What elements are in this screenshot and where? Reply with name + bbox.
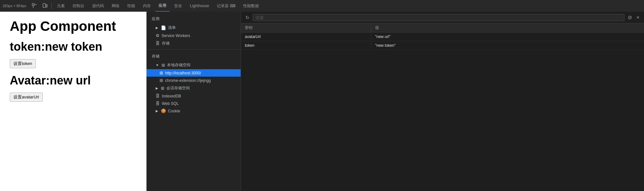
tab-memory[interactable]: 内存 bbox=[140, 0, 154, 12]
service-workers-icon: ⚙ bbox=[156, 33, 160, 38]
manifest-icon: 📄 bbox=[161, 25, 166, 30]
inspect-icon bbox=[32, 3, 37, 8]
svg-rect-0 bbox=[32, 4, 34, 6]
session-storage-arrow-icon: ▶ bbox=[156, 86, 158, 90]
sidebar-item-cookie[interactable]: ▶ 🍪 Cookie bbox=[147, 107, 241, 115]
storage-icon: 🗄 bbox=[156, 41, 160, 46]
sidebar-item-chrome-extension[interactable]: ⊞ chrome-extension://ijejngg bbox=[147, 77, 241, 84]
toolbar-separator bbox=[51, 3, 52, 9]
device-icon bbox=[42, 3, 48, 8]
set-avatar-button[interactable]: 设置avatarUrl bbox=[10, 93, 43, 102]
tab-performance-insights[interactable]: 性能数据 bbox=[240, 0, 262, 12]
devtools-toolbar: 283px × 854px 元素 控制台 源代码 网络 性能 内存 应用 安全 … bbox=[0, 0, 644, 12]
sidebar-item-storage[interactable]: 🗄 存储 bbox=[147, 39, 241, 47]
sidebar-item-service-workers-label: Service Workers bbox=[161, 33, 190, 38]
indexeddb-icon: 🗄 bbox=[156, 94, 160, 98]
tab-performance[interactable]: 性能 bbox=[124, 0, 138, 12]
session-storage-icon: ⊞ bbox=[161, 86, 164, 91]
sidebar-item-localhost[interactable]: ⊞ http://localhost:3000/ bbox=[147, 69, 241, 77]
sidebar-storage-header: 存储 bbox=[147, 52, 241, 61]
cell-value-token: "new token" bbox=[371, 41, 644, 50]
data-table: 密钥 值 avatarUrl "new url" token "new toke… bbox=[241, 23, 644, 191]
filter-input[interactable] bbox=[253, 14, 624, 21]
inspect-icon-btn[interactable] bbox=[30, 2, 39, 10]
set-token-button[interactable]: 设置token bbox=[10, 59, 36, 68]
device-icon-btn[interactable] bbox=[40, 2, 49, 10]
tab-console[interactable]: 控制台 bbox=[69, 0, 88, 12]
cell-key-token: token bbox=[241, 41, 371, 50]
devtools-main: 应用 ▶ 📄 清单 ⚙ Service Workers 🗄 存储 存储 bbox=[147, 12, 644, 191]
col-value-header: 值 bbox=[371, 23, 644, 32]
sidebar-item-manifest[interactable]: ▶ 📄 清单 bbox=[147, 24, 241, 32]
filter-bar: ↻ ⊘ × bbox=[241, 12, 644, 23]
sidebar-item-chrome-extension-label: chrome-extension://ijejngg bbox=[165, 78, 211, 83]
web-sql-icon: 🗄 bbox=[156, 101, 160, 106]
tab-lighthouse[interactable]: Lighthouse bbox=[187, 0, 212, 12]
sidebar-item-web-sql-label: Web SQL bbox=[162, 101, 179, 106]
dimension-label: 283px × 854px bbox=[3, 4, 26, 8]
local-storage-arrow-icon: ▼ bbox=[156, 63, 159, 67]
clear-filter-button[interactable]: ⊘ bbox=[626, 14, 633, 21]
refresh-button[interactable]: ↻ bbox=[244, 14, 251, 21]
sidebar-item-service-workers[interactable]: ⚙ Service Workers bbox=[147, 32, 241, 39]
svg-rect-4 bbox=[46, 5, 47, 7]
local-storage-icon: ⊞ bbox=[161, 63, 165, 68]
cell-key-avatarurl: avatarUrl bbox=[241, 32, 371, 41]
app-avatar: Avatar:new url bbox=[10, 73, 136, 87]
content-area: ↻ ⊘ × 密钥 值 avatarUrl "new url" bbox=[241, 12, 644, 191]
tab-application[interactable]: 应用 bbox=[155, 0, 170, 12]
sidebar-item-local-storage-label: 本地存储空间 bbox=[167, 62, 190, 68]
table-row[interactable]: avatarUrl "new url" bbox=[241, 32, 644, 41]
cookie-arrow-icon: ▶ bbox=[156, 109, 158, 113]
app-panel: App Component token:new token 设置token Av… bbox=[0, 12, 147, 191]
tab-elements[interactable]: 元素 bbox=[54, 0, 68, 12]
sidebar-item-localhost-label: http://localhost:3000/ bbox=[165, 71, 201, 75]
sidebar-item-indexeddb[interactable]: 🗄 IndexedDB bbox=[147, 92, 241, 100]
sidebar-item-local-storage[interactable]: ▼ ⊞ 本地存储空间 bbox=[147, 61, 241, 69]
cell-value-avatarurl: "new url" bbox=[371, 32, 644, 41]
sidebar-item-cookie-label: Cookie bbox=[168, 109, 180, 113]
sidebar-item-storage-label: 存储 bbox=[162, 41, 170, 46]
table-header: 密钥 值 bbox=[241, 23, 644, 32]
tab-recorder[interactable]: 记录器 ⌨ bbox=[214, 0, 238, 12]
chrome-extension-icon: ⊞ bbox=[160, 78, 163, 83]
sidebar-item-indexeddb-label: IndexedDB bbox=[162, 94, 181, 98]
app-title: App Component bbox=[10, 18, 136, 34]
tab-network[interactable]: 网络 bbox=[108, 0, 123, 12]
sidebar-item-manifest-label: 清单 bbox=[168, 25, 176, 31]
manifest-arrow-icon: ▶ bbox=[156, 26, 158, 30]
app-token: token:new token bbox=[10, 40, 136, 54]
sidebar-item-session-storage[interactable]: ▶ ⊞ 会话存储空间 bbox=[147, 84, 241, 92]
sidebar-item-session-storage-label: 会话存储空间 bbox=[166, 85, 190, 91]
tab-security[interactable]: 安全 bbox=[171, 0, 185, 12]
cookie-icon: 🍪 bbox=[161, 108, 166, 113]
sidebar-item-web-sql[interactable]: 🗄 Web SQL bbox=[147, 100, 241, 107]
devtools-panel: 应用 ▶ 📄 清单 ⚙ Service Workers 🗄 存储 存储 bbox=[147, 12, 644, 191]
svg-rect-3 bbox=[43, 4, 46, 7]
sidebar-app-header: 应用 bbox=[147, 14, 241, 24]
main-content: App Component token:new token 设置token Av… bbox=[0, 12, 644, 191]
sidebar: 应用 ▶ 📄 清单 ⚙ Service Workers 🗄 存储 存储 bbox=[147, 12, 241, 191]
sidebar-divider bbox=[147, 49, 241, 50]
tab-sources[interactable]: 源代码 bbox=[89, 0, 107, 12]
close-filter-button[interactable]: × bbox=[635, 14, 641, 21]
localhost-icon: ⊞ bbox=[160, 70, 163, 75]
col-key-header: 密钥 bbox=[241, 23, 371, 32]
table-row[interactable]: token "new token" bbox=[241, 41, 644, 50]
